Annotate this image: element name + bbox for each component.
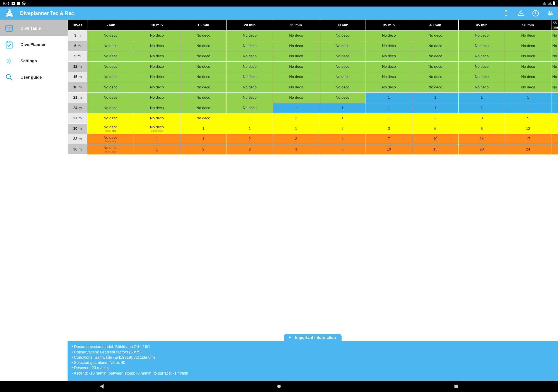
dive-cell[interactable]: No deco — [273, 72, 319, 82]
dive-table-scroll[interactable]: Dives5 min10 min15 min20 min25 min30 min… — [68, 20, 558, 381]
dive-cell[interactable]: No deco — [505, 82, 551, 93]
history-button[interactable] — [532, 9, 539, 17]
info-panel-toggle[interactable]: ▼ Important information — [284, 334, 341, 341]
dive-cell[interactable]: 2 — [412, 113, 459, 124]
dive-cell[interactable]: No deco — [319, 72, 366, 82]
dive-cell[interactable]: No deco — [87, 113, 134, 124]
dive-cell[interactable]: 10 — [412, 134, 459, 144]
dive-cell[interactable]: No deco — [180, 103, 227, 113]
dive-cell[interactable]: No deco — [412, 82, 459, 93]
tank-button[interactable] — [502, 9, 510, 17]
dive-cell[interactable]: 1 — [412, 93, 459, 103]
dive-cell[interactable]: 1 — [180, 134, 227, 144]
dive-cell[interactable]: No deco — [180, 72, 227, 82]
dive-cell[interactable]: 1 — [134, 134, 180, 144]
dive-cell[interactable]: 1 — [273, 123, 319, 134]
dive-cell[interactable]: No — [551, 41, 558, 51]
dive-cell[interactable]: No deco — [459, 41, 505, 51]
dive-cell[interactable] — [551, 123, 558, 134]
dive-cell[interactable]: 2 — [227, 144, 273, 155]
dive-cell[interactable]: No deco — [459, 51, 505, 62]
dive-cell[interactable]: No deco — [87, 41, 134, 51]
dive-cell[interactable]: 2 — [180, 144, 227, 155]
dive-cell[interactable]: 1 — [459, 93, 505, 103]
dive-cell[interactable]: 7 — [366, 134, 412, 144]
dive-cell[interactable]: No deco — [273, 31, 319, 41]
dive-cell[interactable]: No deco — [412, 41, 459, 51]
dive-cell[interactable]: 3 — [459, 113, 505, 124]
dive-cell[interactable]: 20 — [459, 144, 505, 155]
dive-cell[interactable]: No deco — [459, 72, 505, 82]
dive-cell[interactable]: 6 — [319, 144, 366, 155]
dive-cell[interactable]: No deco — [134, 41, 180, 51]
dive-cell[interactable]: No decoSafety stop — [87, 134, 134, 144]
dive-cell[interactable]: No deco — [227, 72, 273, 82]
dive-cell[interactable]: 1 — [459, 103, 505, 113]
dive-cell[interactable]: No deco — [366, 31, 412, 41]
dive-cell[interactable]: 1 — [412, 103, 459, 113]
dive-cell[interactable]: No deco — [134, 113, 180, 124]
dive-cell[interactable]: No deco — [87, 103, 134, 113]
dive-cell[interactable]: No deco — [87, 51, 134, 62]
dive-cell[interactable]: 5 — [412, 123, 459, 134]
dive-cell[interactable]: 24 — [505, 144, 551, 155]
dive-cell[interactable]: 14 — [459, 134, 505, 144]
nav-recent-button[interactable] — [454, 384, 459, 389]
dive-cell[interactable]: No deco — [366, 61, 412, 72]
dive-cell[interactable]: No deco — [366, 41, 412, 51]
dive-cell[interactable]: No deco — [319, 41, 366, 51]
dive-cell[interactable]: 5 — [505, 113, 551, 124]
dive-cell[interactable]: No deco — [134, 61, 180, 72]
dive-cell[interactable]: No — [551, 31, 558, 41]
dive-cell[interactable]: 1 — [180, 123, 227, 134]
dive-cell[interactable]: No — [551, 72, 558, 82]
dive-cell[interactable]: No deco — [459, 61, 505, 72]
dive-cell[interactable]: No deco — [180, 82, 227, 93]
dive-cell[interactable]: No deco — [180, 31, 227, 41]
settings-sliders-button[interactable] — [547, 9, 554, 17]
dive-cell[interactable]: 1 — [505, 103, 551, 113]
dive-cell[interactable]: No deco — [459, 31, 505, 41]
dive-cell[interactable]: No deco — [505, 31, 551, 41]
dive-cell[interactable]: 2 — [273, 134, 319, 144]
dive-cell[interactable] — [551, 113, 558, 124]
dive-cell[interactable]: No deco — [505, 51, 551, 62]
dive-cell[interactable]: No deco — [227, 93, 273, 103]
dive-cell[interactable]: No deco — [505, 61, 551, 72]
dive-cell[interactable]: No deco — [319, 51, 366, 62]
dive-cell[interactable]: No deco — [412, 51, 459, 62]
dive-cell[interactable]: No deco — [505, 41, 551, 51]
sidebar-item-user-guide[interactable]: User guide — [0, 69, 68, 85]
sidebar-item-dive-planner[interactable]: Dive Planner — [0, 36, 68, 53]
dive-cell[interactable]: 1 — [319, 103, 366, 113]
dive-cell[interactable]: No — [551, 51, 558, 62]
dive-cell[interactable]: No deco — [180, 113, 227, 124]
dive-cell[interactable]: No deco — [134, 51, 180, 62]
dive-cell[interactable]: No deco — [227, 41, 273, 51]
dive-cell[interactable]: No deco — [134, 103, 180, 113]
dive-cell[interactable]: No deco — [366, 72, 412, 82]
dive-cell[interactable]: No deco — [366, 51, 412, 62]
dive-cell[interactable]: 1 — [273, 113, 319, 124]
dive-cell[interactable]: 1 — [366, 103, 412, 113]
dive-cell[interactable]: No deco — [273, 51, 319, 62]
dive-cell[interactable]: No deco — [273, 61, 319, 72]
dive-cell[interactable]: No deco — [87, 82, 134, 93]
dive-cell[interactable]: No deco — [273, 93, 319, 103]
sidebar-item-dive-table[interactable]: Dive Table — [0, 20, 68, 36]
dive-cell[interactable]: 3 — [273, 144, 319, 155]
dive-cell[interactable]: No deco — [87, 61, 134, 72]
dive-cell[interactable] — [551, 144, 558, 155]
dive-cell[interactable]: 2 — [227, 134, 273, 144]
dive-cell[interactable]: 1 — [366, 93, 412, 103]
dive-cell[interactable]: 12 — [505, 123, 551, 134]
dive-cell[interactable]: 8 — [459, 123, 505, 134]
dive-cell[interactable]: No — [551, 61, 558, 72]
sidebar-item-settings[interactable]: Settings — [0, 53, 68, 69]
dive-cell[interactable]: No deco — [412, 72, 459, 82]
dive-cell[interactable]: 1 — [227, 113, 273, 124]
dive-cell[interactable]: No deco — [134, 82, 180, 93]
dive-cell[interactable]: 10 — [366, 144, 412, 155]
nav-home-button[interactable] — [277, 384, 281, 389]
dive-cell[interactable]: No deco — [227, 82, 273, 93]
